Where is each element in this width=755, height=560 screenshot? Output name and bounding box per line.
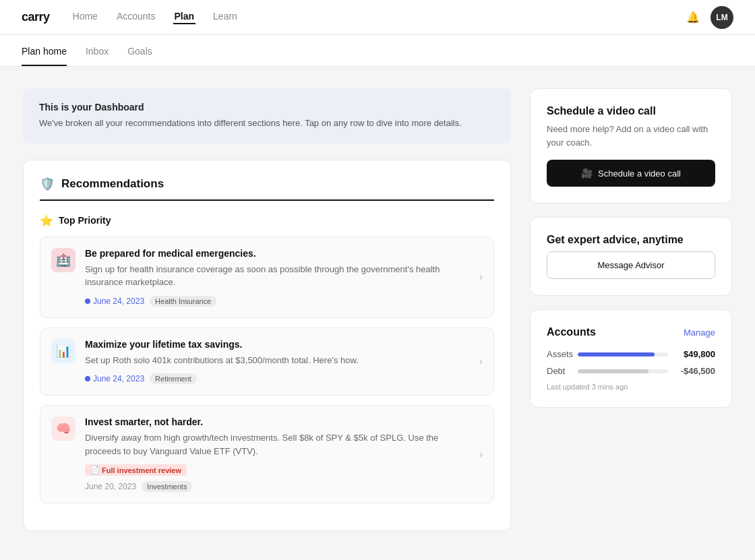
rec-item-date-retirement: June 24, 2023 bbox=[85, 374, 144, 383]
rec-item-desc-health: Sign up for health insurance coverage as… bbox=[85, 263, 467, 289]
rec-item-meta-retirement: June 24, 2023 Retirement bbox=[85, 373, 467, 384]
assets-bar bbox=[578, 352, 655, 356]
rec-item-body-retirement: Maximize your lifetime tax savings. Set … bbox=[85, 339, 467, 385]
expert-advice-title: Get expert advice, anytime bbox=[547, 234, 715, 246]
video-call-description: Need more help? Add on a video call with… bbox=[547, 123, 715, 149]
investments-icon: 🧠 bbox=[51, 416, 76, 441]
nav-links: Home Accounts Plan Learn bbox=[71, 11, 686, 24]
priority-label: ⭐ Top Priority bbox=[40, 214, 494, 227]
rec-item-tag-investments: Investments bbox=[142, 481, 192, 492]
pdf-label: Full investment review bbox=[102, 466, 181, 474]
accounts-last-updated: Last updated 3 mins ago bbox=[547, 383, 715, 391]
debt-bar bbox=[578, 369, 648, 373]
subnav-inbox[interactable]: Inbox bbox=[86, 35, 109, 66]
rec-item-date-health: June 24, 2023 bbox=[85, 297, 144, 306]
rec-item-title-health: Be prepared for medical emergencies. bbox=[85, 248, 467, 259]
assets-bar-wrap bbox=[578, 352, 668, 356]
chevron-right-icon-health: › bbox=[479, 271, 483, 283]
star-icon: ⭐ bbox=[40, 214, 53, 227]
subnav-goals[interactable]: Goals bbox=[127, 35, 152, 66]
rec-item-health[interactable]: 🏥 Be prepared for medical emergencies. S… bbox=[40, 237, 494, 318]
rec-item-body-investments: Invest smarter, not harder. Diversify aw… bbox=[85, 416, 467, 492]
expert-advice-card: Get expert advice, anytime Message Advis… bbox=[530, 217, 732, 296]
video-icon: 🎥 bbox=[581, 168, 593, 179]
rec-item-title-investments: Invest smarter, not harder. bbox=[85, 416, 467, 427]
right-column: Schedule a video call Need more help? Ad… bbox=[530, 88, 732, 531]
recommendations-section-icon: 🛡️ bbox=[40, 177, 55, 191]
rec-item-title-retirement: Maximize your lifetime tax savings. bbox=[85, 339, 467, 350]
rec-item-meta-investments-date: June 20, 2023 Investments bbox=[85, 481, 467, 492]
nav-plan[interactable]: Plan bbox=[173, 11, 196, 24]
rec-item-retirement[interactable]: 📊 Maximize your lifetime tax savings. Se… bbox=[40, 328, 494, 396]
user-avatar[interactable]: LM bbox=[711, 6, 733, 29]
rec-item-meta-investments: 📄 Full investment review bbox=[85, 464, 467, 476]
video-call-title: Schedule a video call bbox=[547, 105, 715, 117]
rec-item-meta-health: June 24, 2023 Health Insurance bbox=[85, 296, 467, 307]
nav-home[interactable]: Home bbox=[71, 11, 99, 24]
priority-section: ⭐ Top Priority 🏥 Be prepared for medical… bbox=[40, 214, 494, 504]
accounts-debt-row: Debt -$46,500 bbox=[547, 366, 715, 376]
retirement-icon: 📊 bbox=[51, 339, 76, 363]
chevron-right-icon-investments: › bbox=[479, 448, 483, 460]
debt-value: -$46,500 bbox=[675, 366, 715, 376]
rec-item-date-investments: June 20, 2023 bbox=[85, 482, 136, 491]
health-icon: 🏥 bbox=[51, 248, 76, 272]
video-call-card: Schedule a video call Need more help? Ad… bbox=[530, 88, 732, 204]
page-content: This is your Dashboard We've broken all … bbox=[7, 67, 748, 553]
recommendations-title: Recommendations bbox=[61, 177, 164, 191]
pdf-icon: 📄 bbox=[90, 466, 100, 474]
rec-item-investments[interactable]: 🧠 Invest smarter, not harder. Diversify … bbox=[40, 405, 494, 503]
rec-item-tag-retirement: Retirement bbox=[150, 373, 197, 384]
pdf-tag-investments[interactable]: 📄 Full investment review bbox=[85, 464, 187, 476]
rec-item-desc-investments: Diversify away from high growth/tech inv… bbox=[85, 431, 467, 458]
banner-title: This is your Dashboard bbox=[39, 102, 495, 113]
app-logo: carry bbox=[22, 10, 50, 24]
manage-accounts-link[interactable]: Manage bbox=[684, 328, 715, 338]
debt-label: Debt bbox=[547, 366, 571, 376]
priority-label-text: Top Priority bbox=[59, 215, 111, 226]
nav-accounts[interactable]: Accounts bbox=[115, 11, 157, 24]
recommendations-card: 🛡️ Recommendations ⭐ Top Priority 🏥 Be p… bbox=[23, 160, 511, 532]
notification-bell-icon[interactable]: 🔔 bbox=[686, 11, 700, 24]
accounts-card: Accounts Manage Assets $49,800 Debt -$46… bbox=[530, 309, 732, 408]
assets-label: Assets bbox=[547, 349, 571, 359]
message-advisor-label: Message Advisor bbox=[598, 260, 665, 270]
accounts-assets-row: Assets $49,800 bbox=[547, 349, 715, 359]
banner-description: We've broken all your recommendations in… bbox=[39, 117, 495, 130]
message-advisor-button[interactable]: Message Advisor bbox=[547, 251, 715, 279]
rec-item-desc-retirement: Set up Roth solo 401k contributions at $… bbox=[85, 354, 467, 367]
left-column: This is your Dashboard We've broken all … bbox=[23, 88, 511, 531]
nav-right: 🔔 LM bbox=[686, 6, 733, 29]
debt-bar-wrap bbox=[578, 369, 668, 373]
schedule-video-call-button[interactable]: 🎥 Schedule a video call bbox=[547, 160, 715, 187]
accounts-header: Accounts Manage bbox=[547, 326, 715, 338]
nav-learn[interactable]: Learn bbox=[212, 11, 239, 24]
chevron-right-icon-retirement: › bbox=[479, 355, 483, 367]
sub-navigation: Plan home Inbox Goals bbox=[0, 35, 755, 67]
schedule-button-label: Schedule a video call bbox=[598, 168, 681, 179]
recommendations-header: 🛡️ Recommendations bbox=[40, 177, 494, 201]
dashboard-banner: This is your Dashboard We've broken all … bbox=[23, 88, 511, 144]
accounts-title: Accounts bbox=[547, 326, 596, 338]
subnav-plan-home[interactable]: Plan home bbox=[22, 35, 67, 66]
assets-value: $49,800 bbox=[675, 349, 715, 359]
rec-item-body-health: Be prepared for medical emergencies. Sig… bbox=[85, 248, 467, 307]
rec-item-tag-health: Health Insurance bbox=[150, 296, 216, 307]
top-navigation: carry Home Accounts Plan Learn 🔔 LM bbox=[0, 0, 755, 35]
